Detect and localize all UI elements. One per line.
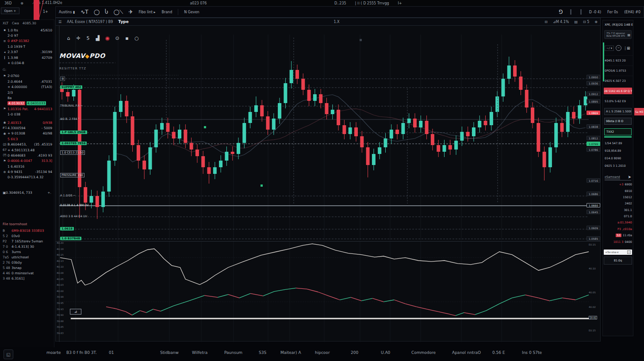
file-row[interactable]: 5 203v0 bbox=[0, 233, 54, 238]
draw-tool-icon-1[interactable]: ◯ bbox=[94, 9, 100, 15]
watchlist-row[interactable]: ⚑2-0760 bbox=[0, 73, 54, 79]
slider-handle-2[interactable] bbox=[580, 9, 582, 15]
confirm-button[interactable]: 81:0q bbox=[604, 257, 632, 265]
watchlist-row[interactable]: 2.0.4644.47031 bbox=[0, 79, 54, 84]
tabbar-tool-1[interactable]: ⊿M 4.1% bbox=[553, 20, 569, 24]
watchlist-row[interactable]: 2/3 bbox=[0, 90, 54, 95]
order-input[interactable] bbox=[605, 250, 627, 253]
g-icon[interactable]: ⅁ bbox=[559, 9, 563, 15]
text-tool-icon[interactable]: 5 bbox=[85, 35, 91, 41]
menubar-item[interactable]: a023 076 bbox=[190, 1, 207, 5]
watchlist-row[interactable]: ◉+ 9 0130840/98 bbox=[0, 131, 54, 136]
watchlist-row[interactable]: 4.0130324.0431033 bbox=[0, 101, 54, 106]
menubar-item[interactable]: D..235 bbox=[334, 1, 346, 5]
position-row[interactable]: 1011 30400 bbox=[603, 238, 633, 245]
menubar-item[interactable]: 36D bbox=[4, 1, 12, 5]
watchlist-row[interactable]: + 0.034-8 bbox=[0, 60, 54, 65]
slider-handle-1[interactable] bbox=[570, 9, 571, 15]
watchlist-row[interactable]: 1-0 038 bbox=[0, 111, 54, 117]
camera-icon[interactable]: ⊙ bbox=[114, 35, 120, 41]
watchlist-row[interactable]: 1.0 1939 T bbox=[0, 44, 54, 49]
watchlist-row[interactable]: ❙1.3.9842709 bbox=[0, 55, 54, 60]
grid-settings-icon[interactable]: ⋮⊞ bbox=[623, 46, 630, 50]
expand-icon[interactable]: +. bbox=[47, 191, 51, 195]
menubar-item[interactable]: I+ bbox=[398, 1, 402, 5]
watchlist-row[interactable]: 2-0 97 bbox=[0, 33, 54, 38]
time-axis[interactable]: ◱ moarteB3 0 f fn B0 3T.01StidbanwWilfet… bbox=[0, 342, 644, 361]
file-row[interactable]: 4 460 msinssrivat bbox=[0, 270, 54, 276]
watchlist-row[interactable]: 8a bbox=[0, 95, 54, 100]
file-row[interactable]: 0 63urns bbox=[0, 249, 54, 254]
crosshair-icon[interactable]: ✛ bbox=[75, 35, 81, 41]
position-row[interactable]: P3,c010a bbox=[603, 226, 633, 232]
fibonacci-menu[interactable]: Fibo lint ▸ bbox=[138, 10, 155, 14]
file-row[interactable]: 2 7603b0y bbox=[0, 260, 54, 265]
watchlist-row[interactable]: #14.3300594- 5009 bbox=[0, 125, 54, 131]
symbol-price: .47031 bbox=[39, 80, 52, 84]
watchlist-row[interactable]: 5 6V.3 bbox=[0, 136, 54, 142]
position-row[interactable]: +36900 bbox=[603, 181, 633, 188]
indicator-settings-box[interactable]: ⊿ bbox=[70, 309, 81, 315]
file-row[interactable]: 7 04-1.4.313] 30 bbox=[0, 244, 54, 249]
watchlist-footer-row[interactable]: ▣ 0.3046914, 733 +. bbox=[0, 190, 54, 196]
tabbar-tool-2[interactable]: ▤ bbox=[574, 20, 578, 24]
position-row[interactable]: S311:r0a bbox=[603, 232, 633, 238]
record-icon[interactable]: ◉ bbox=[104, 35, 111, 41]
file-row[interactable]: 7a5uttrichssel bbox=[0, 254, 54, 260]
type-label[interactable]: Type bbox=[118, 19, 128, 24]
watchlist-row[interactable]: 67+ 4.5911313.48 bbox=[0, 147, 54, 153]
watchlist-row[interactable]: ⚑0-4666-4-0047313.3] bbox=[0, 158, 54, 164]
watchlist-row[interactable]: ⊕4-9 9431-35134 94 bbox=[0, 169, 54, 174]
bars-icon[interactable]: ▟ bbox=[95, 35, 101, 41]
candlestick-chart[interactable] bbox=[56, 26, 601, 241]
open-tab[interactable]: Open + bbox=[1, 8, 19, 14]
corner-tool-icon[interactable]: ◱ bbox=[4, 349, 13, 359]
position-row[interactable]: 301.1 bbox=[603, 207, 633, 213]
circle-icon[interactable]: ○ bbox=[134, 35, 140, 41]
volume-select[interactable]: ~/ ▾ bbox=[605, 46, 614, 51]
watchlist-row[interactable]: ⑵B.4604453,(35 .45319 bbox=[0, 142, 54, 147]
buy-button[interactable]: TXX2 bbox=[604, 128, 632, 135]
position-row[interactable]: 15012 bbox=[603, 194, 633, 200]
watchlist-row[interactable]: ◂2.3.97.30199 bbox=[0, 50, 54, 55]
draw-tool-icon-0[interactable]: ∿T bbox=[80, 9, 88, 15]
watchlist-row[interactable]: ≡0 #KP 01382 bbox=[0, 38, 54, 44]
symbol-info-card[interactable]: 7% 7 E spvsnvn sn B2w 6P12B 9T0T3 0% ⊞ bbox=[604, 30, 632, 39]
file-row[interactable]: 5 483snap bbox=[0, 265, 54, 270]
draw-tool-icon-3[interactable]: ◯⟍ bbox=[114, 9, 123, 15]
sell-button[interactable]: 2B S1R2 4G E-SP Q T bbox=[604, 88, 632, 94]
position-row[interactable]: a:01,5940 bbox=[603, 219, 633, 226]
position-row[interactable]: 2402 bbox=[603, 200, 633, 207]
add-button[interactable]: 1+ bbox=[43, 10, 48, 14]
position-row[interactable]: 6910 bbox=[603, 188, 633, 194]
watchlist-row[interactable]: + 4.000000(T1A3) bbox=[0, 84, 54, 90]
position-row[interactable]: 071.0 bbox=[603, 213, 633, 219]
analyze-menu[interactable]: Austins ▮ bbox=[59, 10, 75, 14]
search-label[interactable]: N Geven bbox=[184, 10, 199, 14]
draw-tool-icon-2[interactable]: Ⴑ bbox=[105, 9, 108, 15]
draw-tool-icon-4[interactable]: ✈ bbox=[128, 9, 133, 15]
watchlist-row[interactable]: 1 6.40316 bbox=[0, 164, 54, 169]
home-icon[interactable]: ⌂ bbox=[65, 35, 72, 41]
watchlist-row[interactable]: ◉2.403130/938 bbox=[0, 120, 54, 125]
file-row[interactable]: P27 165/tsrev 5vman bbox=[0, 238, 54, 244]
watchlist-row[interactable]: ⑺0 4644683.4193 93 bbox=[0, 153, 54, 158]
corner-expand-icon[interactable]: ⊕ bbox=[594, 20, 598, 24]
menubar-item[interactable]: ⊕ bbox=[20, 1, 23, 5]
brand-menu[interactable]: Brand bbox=[161, 10, 172, 14]
tabbar-tool-3[interactable]: ⊡ 5 bbox=[583, 20, 589, 24]
alert-side-tab[interactable]: Sa M3 bbox=[634, 108, 644, 115]
oscillator-chart[interactable] bbox=[56, 242, 601, 342]
clear-input-icon[interactable]: 0 bbox=[627, 250, 631, 254]
file-row[interactable]: B6M9-83018 333E03 bbox=[0, 228, 54, 233]
tabbar-tool-0[interactable]: ⊟ bbox=[544, 20, 548, 24]
watchlist-row[interactable]: 0-3.3599444713.4.32 bbox=[0, 175, 54, 180]
dot-icon[interactable]: ▪ bbox=[124, 35, 130, 41]
file-row[interactable]: 3 486.3161] bbox=[0, 276, 54, 281]
watchlist-row[interactable]: ⚑1.01316 Pat.4-9441013 bbox=[0, 106, 54, 111]
tab-list-icon[interactable]: ☰ bbox=[58, 20, 61, 24]
watchlist-row[interactable]: ▪1.0 fts45/610 bbox=[0, 27, 54, 33]
decrease-button[interactable]: − bbox=[616, 45, 621, 51]
menubar-item[interactable]: | ⁞⁞ ( D 2555 Trnvgg bbox=[355, 1, 389, 5]
chart-tab-label[interactable]: AAL Essex ( NTA5197 ) B9 bbox=[67, 20, 113, 24]
